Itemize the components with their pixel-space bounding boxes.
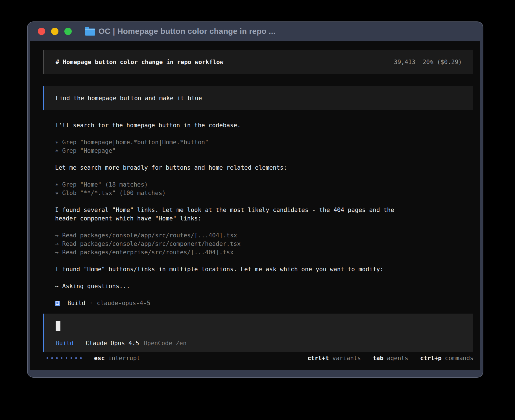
- tool-call-line: ∗ Grep "Homepage": [55, 146, 480, 155]
- transcript-gap: [55, 274, 480, 282]
- activity-dot: [75, 357, 77, 359]
- keyboard-hint: ctrl+pcommands: [420, 354, 473, 362]
- close-button[interactable]: [38, 28, 45, 35]
- agent-result-line: Build·claude-opus-4-5: [55, 299, 480, 307]
- tool-call-line: → Read packages/console/app/src/componen…: [55, 240, 480, 248]
- status-bar: escinterrupt ctrl+tvariantstabagentsctrl…: [30, 354, 480, 362]
- hint-label: variants: [332, 354, 361, 362]
- agent-model: claude-opus-4-5: [97, 299, 150, 307]
- transcript-gap: [55, 290, 480, 299]
- tool-call-line: ∗ Grep "homepage|home.*button|Home.*butt…: [55, 138, 480, 146]
- transcript-gap: [55, 257, 480, 265]
- activity-dot: [56, 357, 58, 359]
- status-hints-right: ctrl+tvariantstabagentsctrl+pcommands: [307, 354, 473, 362]
- activity-dot: [61, 357, 62, 359]
- title-group: OC | Homepage button color change in rep…: [85, 27, 276, 36]
- hint-label: agents: [387, 354, 408, 362]
- terminal-window: OC | Homepage button color change in rep…: [27, 21, 483, 378]
- transcript-gap: [55, 197, 480, 206]
- tool-call-line: ∗ Glob "**/*.tsx" (100 matches): [55, 189, 480, 197]
- titlebar: OC | Homepage button color change in rep…: [28, 22, 483, 41]
- minimize-button[interactable]: [51, 28, 58, 35]
- text-cursor: [56, 321, 60, 331]
- token-count: 39,413: [394, 58, 415, 66]
- tool-call-line: ∗ Grep "Home" (18 matches): [55, 180, 480, 189]
- tool-call-line: → Read packages/console/app/src/routes/[…: [55, 231, 480, 240]
- activity-dot: [71, 357, 72, 359]
- context-usage: 20% ($0.29): [423, 58, 462, 66]
- activity-dot: [47, 357, 48, 359]
- activity-dot: [51, 357, 53, 359]
- assistant-text-line: ~ Asking questions...: [55, 282, 480, 290]
- status-hints-left: escinterrupt: [94, 354, 140, 362]
- agent-name: Build: [67, 299, 85, 307]
- session-title: # Homepage button color change in repo w…: [56, 58, 223, 66]
- terminal-content: # Homepage button color change in repo w…: [30, 41, 480, 370]
- transcript: I'll search for the homepage button in t…: [30, 121, 480, 307]
- assistant-text-line: I found "Home" buttons/links in multiple…: [55, 265, 480, 274]
- hint-key: ctrl+t: [307, 354, 329, 362]
- transcript-gap: [55, 130, 480, 138]
- assistant-text-line: I'll search for the homepage button in t…: [55, 121, 480, 130]
- input-meta: Build Claude Opus 4.5 OpenCode Zen: [56, 339, 462, 347]
- hint-key: ctrl+p: [420, 354, 442, 362]
- hint-key: tab: [373, 354, 383, 362]
- transcript-gap: [55, 172, 480, 180]
- prompt-input[interactable]: Build Claude Opus 4.5 OpenCode Zen: [43, 314, 473, 352]
- agent-mode-label[interactable]: Build: [56, 339, 73, 347]
- window-title: OC | Homepage button color change in rep…: [99, 27, 276, 36]
- provider-label: OpenCode Zen: [144, 339, 187, 347]
- agent-separator: ·: [89, 299, 93, 307]
- window-controls: [38, 28, 72, 35]
- transcript-gap: [55, 155, 480, 163]
- keyboard-hint: escinterrupt: [94, 354, 140, 362]
- keyboard-hint: tabagents: [373, 354, 408, 362]
- model-label: Claude Opus 4.5: [86, 339, 139, 347]
- folder-icon: [85, 29, 95, 36]
- window-bottom-edge: [28, 370, 483, 377]
- assistant-text-line: Let me search more broadly for buttons a…: [55, 163, 480, 172]
- assistant-text-line: header component which have "Home" links…: [55, 214, 480, 223]
- session-stats: 39,413 20% ($0.29): [394, 58, 462, 66]
- hint-label: commands: [445, 354, 473, 362]
- user-message: Find the homepage button and make it blu…: [43, 86, 473, 110]
- agent-icon: [55, 301, 60, 306]
- keyboard-hint: ctrl+tvariants: [307, 354, 361, 362]
- activity-dots: [47, 357, 82, 359]
- activity-dot: [66, 357, 67, 359]
- user-message-text: Find the homepage button and make it blu…: [56, 95, 202, 102]
- zoom-button[interactable]: [64, 28, 72, 35]
- hint-label: interrupt: [108, 354, 140, 362]
- hint-key: esc: [94, 354, 105, 362]
- session-header: # Homepage button color change in repo w…: [43, 50, 473, 74]
- transcript-gap: [55, 223, 480, 231]
- tool-call-line: → Read packages/enterprise/src/routes/[.…: [55, 248, 480, 257]
- activity-dot: [80, 357, 82, 359]
- assistant-text-line: I found several "Home" links. Let me loo…: [55, 206, 480, 214]
